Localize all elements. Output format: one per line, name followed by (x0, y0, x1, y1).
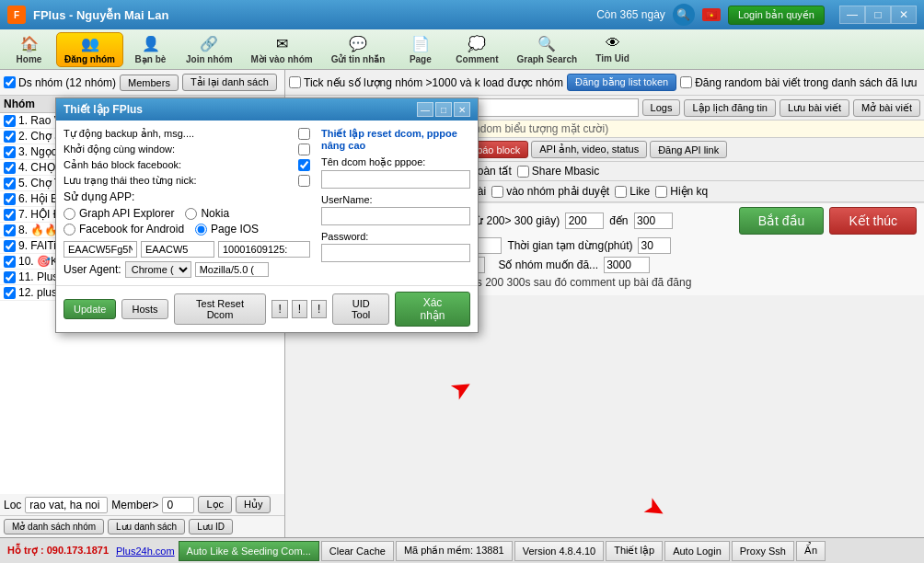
tai-lai-button[interactable]: Tải lại danh sách (182, 74, 277, 91)
lich-su-button[interactable]: Lập lịch đăng tin (684, 99, 776, 117)
time-from-input[interactable] (565, 213, 604, 229)
canh-bao-row: Cảnh báo block facebook: (64, 159, 310, 171)
radio-nokia[interactable] (185, 208, 197, 220)
days-left: Còn 365 ngày (596, 8, 665, 21)
eaacw3-input[interactable] (218, 241, 310, 258)
loc-input[interactable] (25, 497, 108, 513)
thiet-lap-item[interactable]: Thiết lập (606, 541, 663, 561)
dialog-bottom: Update Hosts Test Reset Dcom ! ! ! UID T… (56, 285, 478, 332)
huy-button[interactable]: Hủy (236, 496, 271, 513)
clear-cache-item[interactable]: Clear Cache (321, 541, 394, 561)
like-checkbox[interactable]: Like (615, 185, 650, 198)
eaacw2-input[interactable] (141, 241, 214, 258)
ket-thuc-button[interactable]: Kết thúc (829, 207, 917, 235)
invite-icon: ✉ (276, 35, 288, 52)
members-button[interactable]: Members (120, 75, 179, 91)
su-dung-app-label: Sử dụng APP: (64, 190, 310, 203)
proxy-ssh-item[interactable]: Proxy Ssh (732, 541, 794, 561)
home-icon: 🏠 (20, 35, 39, 52)
luu-ds-button[interactable]: Lưu danh sách (108, 519, 185, 534)
dialog-minimize[interactable]: — (417, 102, 433, 117)
so-nhom-input[interactable] (604, 257, 650, 273)
hosts-button[interactable]: Hosts (121, 299, 167, 319)
graph-search-icon: 🔍 (537, 35, 556, 52)
share-mbasic-checkbox[interactable]: Share Mbasic (517, 165, 599, 178)
dialog-right: Thiết lập reset dcom, pppoe nâng cao Tên… (321, 128, 470, 278)
radio-page-ios[interactable] (195, 224, 207, 236)
toolbar-tim-uid[interactable]: 👁 Tim Uid (587, 32, 638, 67)
ds-nhom-check-input[interactable] (4, 76, 16, 88)
maximize-button[interactable]: □ (865, 6, 891, 24)
toolbar-comment[interactable]: 💭 Comment (447, 32, 506, 67)
an-item[interactable]: Ẩn (796, 541, 826, 561)
title-bar: F FPlus - Nguyễn Mai Lan Còn 365 ngày 🔍 … (0, 0, 924, 29)
password-input[interactable] (321, 244, 470, 262)
comment-icon: 💭 (468, 35, 486, 52)
status-bar: Hỗ trợ : 090.173.1871 Plus24h.com Auto L… (0, 537, 924, 563)
canh-bao-check[interactable] (298, 159, 310, 171)
dialog-close[interactable]: ✕ (454, 102, 470, 117)
ten-dcom-input[interactable] (321, 170, 470, 189)
mo-bv-button[interactable]: Mở bài viết (853, 99, 920, 117)
eaacw1-input[interactable] (64, 241, 137, 258)
update-button[interactable]: Update (64, 299, 116, 319)
luu-trang-thai-row: Lưu trạng thái theo từng nick: (64, 175, 310, 187)
ma-phan-mem-item: Mã phần mềm: 13881 (396, 541, 513, 561)
test-reset-button[interactable]: Test Reset Dcom (174, 293, 267, 325)
toolbar-gui-tin-nhan[interactable]: 💬 Gửi tin nhắn (323, 32, 394, 67)
radio-facebook[interactable] (64, 224, 75, 236)
toolbar-moi-vao-nhom[interactable]: ✉ Mời vào nhóm (243, 32, 321, 67)
dot2-button[interactable]: ! (292, 300, 307, 318)
radio-facebook-row: Facebook for Android Page IOS (64, 223, 310, 236)
login-button[interactable]: Login bản quyền (728, 6, 825, 25)
toolbar-home[interactable]: 🏠 Home (4, 32, 54, 67)
mozilla-input[interactable] (195, 262, 269, 277)
member-input[interactable] (162, 497, 194, 513)
dang-api-button[interactable]: Đăng API link (650, 141, 727, 158)
uid-tool-button[interactable]: UID Tool (332, 293, 389, 325)
auto-login-item[interactable]: Auto Login (664, 541, 730, 561)
hien-kq-checkbox[interactable]: Hiện kq (655, 185, 708, 198)
pause-time-input[interactable] (638, 237, 671, 254)
close-button[interactable]: ✕ (891, 6, 917, 24)
luu-bv-button[interactable]: Lưu bài viết (780, 99, 849, 117)
logs-button[interactable]: Logs (642, 99, 681, 116)
bat-dau-button[interactable]: Bắt đầu (739, 207, 825, 235)
auto-backup-check[interactable] (298, 128, 310, 140)
dialog-maximize[interactable]: □ (435, 102, 452, 117)
toolbar-dang-nhom[interactable]: 👥 Đăng nhóm (56, 32, 123, 67)
toolbar-join-nhom[interactable]: 🔗 Join nhóm (178, 32, 241, 67)
useragent-select[interactable]: Chrome ( (125, 261, 191, 278)
tick-nhom-checkbox[interactable]: Tick nếu số lượng nhóm >1000 và k load đ… (289, 76, 563, 89)
dot1-button[interactable]: ! (271, 300, 287, 318)
toolbar-page[interactable]: 📄 Page (395, 32, 445, 67)
toolbar-ban-be[interactable]: 👤 Bạn bè (125, 32, 176, 67)
loc-button[interactable]: Lọc (198, 496, 232, 513)
luu-trang-thai-check[interactable] (298, 175, 310, 187)
confirm-button[interactable]: Xác nhận (395, 292, 470, 327)
plus24h-link[interactable]: Plus24h.com (114, 546, 177, 557)
dang-list-button[interactable]: Đăng bằng list token (567, 74, 676, 91)
khoi-dong-check[interactable] (298, 144, 310, 155)
toolbar-graph-search[interactable]: 🔍 Graph Search (508, 32, 585, 67)
dialog-content: Tự động backup ảnh, msg.... Khởi động cù… (56, 121, 478, 285)
mo-ds-button[interactable]: Mở danh sách nhóm (4, 519, 104, 534)
time-to-input[interactable] (634, 213, 673, 229)
auto-like-item[interactable]: Auto Like & Seeding Com... (179, 541, 319, 561)
search-icon[interactable]: 🔍 (673, 4, 695, 26)
message-icon: 💬 (349, 35, 367, 52)
minimize-button[interactable]: — (839, 6, 865, 24)
left-panel-top: Ds nhóm (12 nhóm) Members Tải lại danh s… (0, 70, 284, 96)
radio-graph[interactable] (64, 208, 75, 220)
username-input[interactable] (321, 207, 470, 225)
ds-nhom-checkbox[interactable]: Ds nhóm (12 nhóm) (4, 76, 116, 89)
dot3-button[interactable]: ! (311, 300, 327, 318)
uid-icon: 👁 (606, 35, 620, 52)
app-title: FPlus - Nguyễn Mai Lan (33, 8, 596, 22)
random-checkbox[interactable]: Đăng random bài viết trong danh sách đã … (680, 76, 917, 89)
api-anh-button[interactable]: API ảnh, video, status (531, 141, 647, 158)
group-post-icon: 👥 (81, 35, 99, 52)
vao-nhom-checkbox[interactable]: vào nhóm phải duyệt (491, 185, 609, 198)
page-icon: 📄 (411, 35, 430, 52)
luu-id-button[interactable]: Lưu ID (189, 519, 233, 534)
